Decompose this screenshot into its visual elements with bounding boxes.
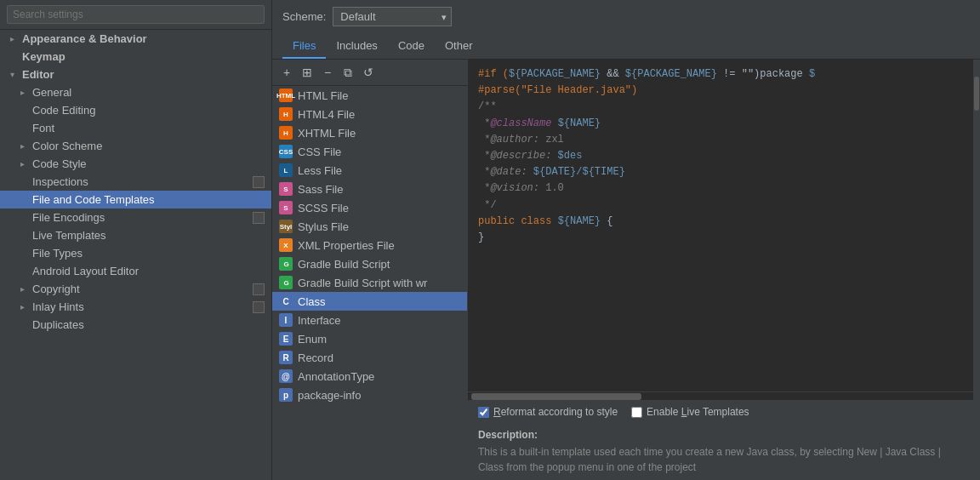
scheme-select-wrapper[interactable]: Default	[333, 7, 452, 26]
file-item-annotation-type[interactable]: @AnnotationType	[272, 367, 467, 386]
tab-other[interactable]: Other	[435, 34, 483, 59]
sidebar-item-code-style[interactable]: Code Style	[0, 155, 271, 173]
search-box[interactable]	[0, 0, 271, 30]
sidebar-label-inspections: Inspections	[32, 175, 88, 188]
file-label-scss-file: SCSS File	[298, 202, 349, 214]
tabs-container: FilesIncludesCodeOther	[282, 34, 482, 59]
file-label-css-file: CSS File	[298, 146, 341, 158]
sidebar-item-inspections[interactable]: Inspections	[0, 173, 271, 191]
file-icon-sass-file: S	[279, 182, 293, 196]
file-label-html-file: HTML File	[298, 89, 348, 102]
file-label-interface: Interface	[298, 314, 341, 327]
sidebar-item-appearance[interactable]: Appearance & Behavior	[0, 30, 271, 48]
live-templates-checkbox-label[interactable]: Enable Live Templates	[631, 406, 749, 418]
file-item-less-file[interactable]: LLess File	[272, 161, 467, 180]
duplicate-button[interactable]: ⧉	[339, 63, 357, 82]
file-label-html4-file: HTML4 File	[298, 108, 355, 121]
live-templates-checkbox[interactable]	[631, 407, 642, 418]
file-icon-class: C	[279, 294, 293, 308]
badge-inlay-hints	[253, 301, 265, 313]
sidebar: Appearance & BehaviorKeymapEditorGeneral…	[0, 0, 272, 480]
sidebar-item-file-types[interactable]: File Types	[0, 244, 271, 262]
toolbar: + ⊞ − ⧉ ↺	[272, 60, 467, 86]
tab-includes[interactable]: Includes	[326, 34, 387, 59]
file-item-sass-file[interactable]: SSass File	[272, 180, 467, 198]
file-label-package-info: package-info	[298, 389, 361, 402]
file-item-xml-file[interactable]: XXML Properties File	[272, 236, 467, 254]
sidebar-item-file-encodings[interactable]: File Encodings	[0, 209, 271, 226]
tab-code[interactable]: Code	[388, 34, 435, 59]
arrow-icon-code-style	[20, 159, 32, 169]
file-label-less-file: Less File	[298, 164, 342, 177]
sidebar-label-copyright: Copyright	[32, 283, 80, 295]
sidebar-item-android-layout[interactable]: Android Layout Editor	[0, 262, 271, 280]
sidebar-item-general[interactable]: General	[0, 83, 271, 101]
file-icon-less-file: L	[279, 163, 293, 177]
file-item-html-file[interactable]: HTMLHTML File	[272, 86, 467, 105]
code-line: *@date: ${DATE}/${TIME}	[478, 164, 963, 180]
sidebar-item-duplicates[interactable]: Duplicates	[0, 316, 271, 334]
sidebar-item-font[interactable]: Font	[0, 119, 271, 137]
badge-file-encodings	[253, 212, 265, 224]
file-icon-record: R	[279, 351, 293, 364]
sidebar-label-color-scheme: Color Scheme	[32, 140, 102, 152]
arrow-icon-editor	[10, 70, 22, 79]
sidebar-item-keymap[interactable]: Keymap	[0, 48, 271, 66]
file-item-record[interactable]: RRecord	[272, 348, 467, 367]
file-item-class[interactable]: CClass	[272, 292, 467, 311]
tab-files[interactable]: Files	[282, 34, 326, 59]
sidebar-label-font: Font	[32, 122, 54, 134]
sidebar-item-code-editing[interactable]: Code Editing	[0, 101, 271, 119]
file-label-annotation-type: AnnotationType	[298, 370, 374, 383]
copy-button[interactable]: ⊞	[298, 63, 316, 82]
file-item-scss-file[interactable]: SSCSS File	[272, 198, 467, 217]
file-item-stylus-file[interactable]: StylStylus File	[272, 217, 467, 236]
add-button[interactable]: +	[277, 63, 296, 82]
code-line: public class ${NAME} {	[478, 214, 963, 230]
scheme-bar: Scheme: Default	[272, 0, 980, 34]
sidebar-label-keymap: Keymap	[22, 50, 66, 63]
reformat-checkbox-label[interactable]: Reformat according to style	[478, 406, 618, 418]
file-icon-xhtml-file: H	[279, 126, 293, 140]
code-area[interactable]: #if (${PACKAGE_NAME} && ${PACKAGE_NAME} …	[468, 60, 973, 391]
file-item-enum[interactable]: EEnum	[272, 329, 467, 348]
sidebar-label-code-style: Code Style	[32, 157, 87, 170]
file-icon-html4-file: H	[279, 107, 293, 121]
remove-button[interactable]: −	[318, 63, 337, 82]
file-item-interface[interactable]: IInterface	[272, 311, 467, 329]
arrow-icon-inlay-hints	[20, 302, 32, 311]
scheme-label: Scheme:	[282, 10, 326, 23]
editor-panel: #if (${PACKAGE_NAME} && ${PACKAGE_NAME} …	[468, 60, 973, 480]
scheme-select[interactable]: Default	[333, 7, 452, 26]
sidebar-label-editor: Editor	[22, 68, 54, 81]
main-panel: Scheme: Default FilesIncludesCodeOther +…	[272, 0, 980, 480]
file-item-html4-file[interactable]: HHTML4 File	[272, 105, 467, 123]
sidebar-item-inlay-hints[interactable]: Inlay Hints	[0, 298, 271, 316]
reset-button[interactable]: ↺	[359, 63, 378, 82]
file-item-package-info[interactable]: ppackage-info	[272, 386, 467, 404]
scrollbar-indicator[interactable]	[973, 60, 980, 480]
file-label-stylus-file: Stylus File	[298, 220, 349, 233]
code-line: *@author: zxl	[478, 132, 963, 148]
file-item-gradle-build[interactable]: GGradle Build Script	[272, 254, 467, 273]
scrollbar-thumb	[974, 77, 979, 111]
search-input[interactable]	[7, 5, 265, 24]
sidebar-item-copyright[interactable]: Copyright	[0, 280, 271, 298]
reformat-checkbox[interactable]	[478, 407, 489, 418]
sidebar-label-file-types: File Types	[32, 247, 83, 260]
sidebar-item-live-templates[interactable]: Live Templates	[0, 226, 271, 244]
sidebar-label-duplicates: Duplicates	[32, 318, 84, 331]
file-label-gradle-build-wr: Gradle Build Script with wr	[298, 277, 427, 289]
file-list-panel: + ⊞ − ⧉ ↺ HTMLHTML FileHHTML4 FileHXHTML…	[272, 60, 468, 480]
file-item-xhtml-file[interactable]: HXHTML File	[272, 123, 467, 142]
sidebar-label-file-encodings: File Encodings	[32, 211, 105, 224]
sidebar-item-file-code-templates[interactable]: File and Code Templates	[0, 191, 271, 209]
file-item-css-file[interactable]: CSSCSS File	[272, 142, 467, 161]
file-icon-scss-file: S	[279, 201, 293, 214]
file-item-gradle-build-wr[interactable]: GGradle Build Script with wr	[272, 273, 467, 292]
bottom-options: Reformat according to style Enable Live …	[468, 400, 973, 423]
sidebar-item-color-scheme[interactable]: Color Scheme	[0, 137, 271, 155]
file-icon-css-file: CSS	[279, 145, 293, 158]
sidebar-item-editor[interactable]: Editor	[0, 66, 271, 83]
description-label: Description:	[478, 429, 963, 441]
